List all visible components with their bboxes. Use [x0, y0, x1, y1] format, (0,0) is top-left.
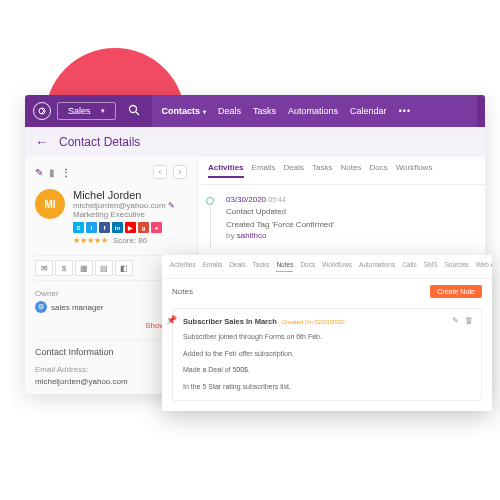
topbar: Sales ▾ Contacts▾ Deals Tasks Automation…	[25, 95, 485, 127]
delete-icon[interactable]: ▮	[49, 167, 55, 178]
ntab-notes[interactable]: Notes	[276, 261, 293, 272]
page-title: Contact Details	[59, 135, 140, 149]
note-title: Subscriber Sales In March	[183, 317, 277, 326]
tab-tasks[interactable]: Tasks	[312, 163, 332, 178]
sub-header: ← Contact Details	[25, 127, 485, 157]
calendar-icon[interactable]: ▦	[75, 260, 93, 276]
nav-automations[interactable]: Automations	[288, 106, 338, 116]
tab-emails[interactable]: Emails	[252, 163, 276, 178]
nav-more-icon[interactable]: •••	[399, 106, 411, 116]
back-arrow-icon[interactable]: ←	[35, 134, 49, 150]
skype-icon[interactable]: S	[73, 222, 84, 233]
ntab-deals[interactable]: Deals	[229, 261, 246, 272]
tab-workflows[interactable]: Workflows	[396, 163, 433, 178]
edit-icon[interactable]: ✎	[168, 201, 175, 210]
timeline-date: 03/30/2020	[226, 195, 266, 204]
twitter-icon[interactable]: t	[86, 222, 97, 233]
ntab-activities[interactable]: Activities	[170, 261, 196, 272]
search-icon[interactable]	[128, 104, 140, 119]
youtube-icon[interactable]: ▶	[125, 222, 136, 233]
left-toolbar: ✎ ▮ ⋮ ‹ ›	[35, 165, 187, 179]
timeline-text1: Contact Updated	[226, 206, 471, 217]
activity-timeline: 03/30/2020 05:44 Contact Updated Created…	[198, 185, 485, 250]
ntab-workflows[interactable]: Workflows	[322, 261, 352, 272]
svg-line-2	[136, 112, 139, 115]
ntab-tasks[interactable]: Tasks	[253, 261, 270, 272]
contact-role: Marketing Executive	[73, 210, 175, 219]
timeline-entry: 03/30/2020 05:44 Contact Updated Created…	[226, 195, 471, 240]
nav-calendar[interactable]: Calendar	[350, 106, 387, 116]
owner-avatar: ⚙	[35, 301, 47, 313]
linkedin-icon[interactable]: in	[112, 222, 123, 233]
pin-icon[interactable]: 📌	[166, 315, 176, 325]
contact-name: Michel Jorden	[73, 189, 175, 201]
timeline-by: by sahithco	[226, 231, 471, 240]
svg-point-1	[129, 105, 136, 112]
ntab-sources[interactable]: Sources	[445, 261, 469, 272]
delete-note-icon[interactable]: 🗑	[465, 316, 473, 325]
note-line: Subscriber joined through Forms on 6th F…	[183, 332, 471, 343]
main-nav: Contacts▾ Deals Tasks Automations Calend…	[152, 95, 477, 127]
score: Score: 86	[113, 236, 147, 245]
more-icon[interactable]: ⋮	[61, 167, 71, 178]
contact-email: micheljorden@yahoo.com ✎	[73, 201, 175, 210]
facebook-icon[interactable]: f	[99, 222, 110, 233]
money-icon[interactable]: $	[55, 260, 73, 276]
notes-overlay-window: Activities Emails Deals Tasks Notes Docs…	[162, 255, 492, 411]
foursquare-icon[interactable]: ●	[151, 222, 162, 233]
module-dropdown[interactable]: Sales ▾	[57, 102, 116, 120]
note-line: In the 5 Star rating subscribers list.	[183, 382, 471, 393]
edit-note-icon[interactable]: ✎	[452, 316, 459, 325]
note-icon[interactable]: ▤	[95, 260, 113, 276]
notes-tabs: Activities Emails Deals Tasks Notes Docs…	[162, 255, 492, 279]
next-page-button[interactable]: ›	[173, 165, 187, 179]
ntab-calls[interactable]: Calls	[402, 261, 416, 272]
contact-info: Michel Jorden micheljorden@yahoo.com ✎ M…	[73, 189, 175, 245]
ntab-sms[interactable]: SMS	[424, 261, 438, 272]
timeline-line	[210, 207, 211, 250]
avatar: MI	[35, 189, 65, 219]
nav-contacts[interactable]: Contacts▾	[162, 106, 207, 116]
tab-docs[interactable]: Docs	[369, 163, 387, 178]
nav-deals[interactable]: Deals	[218, 106, 241, 116]
notes-header: Notes Create Note	[162, 279, 492, 304]
note-line: Made a Deal of 500$.	[183, 365, 471, 376]
social-icons: S t f in ▶ g ●	[73, 222, 175, 233]
chevron-down-icon: ▾	[203, 108, 206, 115]
ntab-automations[interactable]: Automations	[359, 261, 395, 272]
tab-activities[interactable]: Activities	[208, 163, 244, 178]
ntab-docs[interactable]: Docs	[300, 261, 315, 272]
ntab-emails[interactable]: Emails	[203, 261, 223, 272]
tab-deals[interactable]: Deals	[284, 163, 304, 178]
module-label: Sales	[68, 106, 91, 116]
contact-summary: MI Michel Jorden micheljorden@yahoo.com …	[35, 189, 187, 245]
timeline-time: 05:44	[268, 196, 286, 203]
note-line: Added to the Feb offer subscription.	[183, 349, 471, 360]
notes-title: Notes	[172, 287, 193, 296]
detail-tabs: Activities Emails Deals Tasks Notes Docs…	[198, 157, 485, 185]
timeline-dot-icon	[206, 197, 214, 205]
doc-icon[interactable]: ◧	[115, 260, 133, 276]
chevron-down-icon: ▾	[101, 107, 105, 115]
tab-notes[interactable]: Notes	[341, 163, 362, 178]
prev-page-button[interactable]: ‹	[153, 165, 167, 179]
rating: ★★★★★ Score: 86	[73, 236, 175, 245]
app-logo[interactable]	[33, 102, 51, 120]
mail-icon[interactable]: ✉	[35, 260, 53, 276]
edit-icon[interactable]: ✎	[35, 167, 43, 178]
nav-tasks[interactable]: Tasks	[253, 106, 276, 116]
ntab-webanalytics[interactable]: Web Analy	[476, 261, 492, 272]
create-note-button[interactable]: Create Note	[430, 285, 482, 298]
timeline-text2: Created Tag 'Force Confirmed'	[226, 219, 471, 230]
note-card: 📌 ✎ 🗑 Subscriber Sales In March Created …	[172, 308, 482, 401]
gplus-icon[interactable]: g	[138, 222, 149, 233]
note-meta: Created On 02/03/2020	[282, 319, 345, 325]
